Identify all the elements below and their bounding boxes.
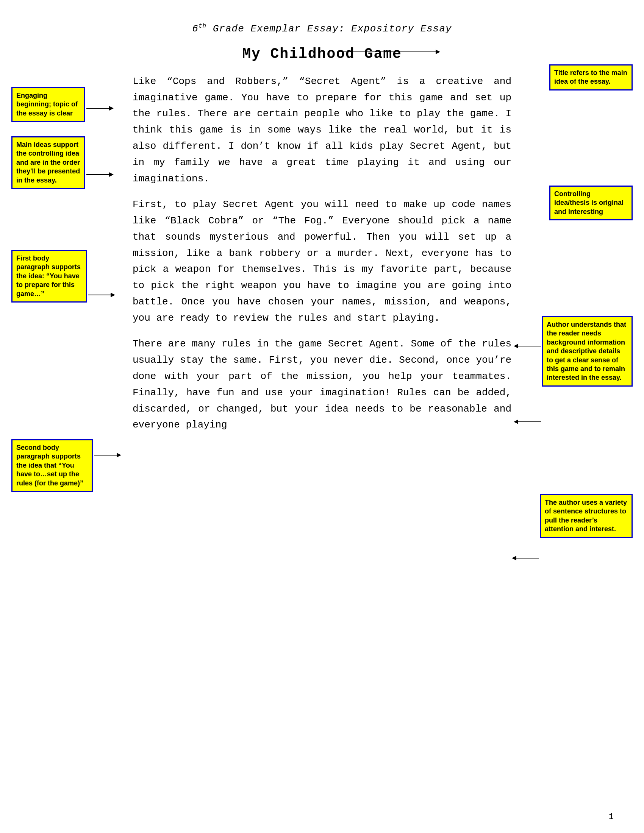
main-ideas-annotation: Main ideas support the controlling idea … — [11, 136, 85, 189]
main-ideas-arrow — [86, 172, 114, 177]
sentence-arrow — [512, 556, 539, 560]
title-arrow — [337, 50, 440, 54]
first-body-arrow — [88, 293, 115, 297]
page-header: 6th Grade Exemplar Essay: Expository Ess… — [30, 23, 614, 34]
second-body-arrow — [94, 453, 121, 457]
page-number: 1 — [609, 812, 614, 822]
engaging-arrow — [86, 106, 114, 111]
author-arrow-upper — [514, 344, 541, 348]
first-body-annotation: First body paragraph supports the idea: … — [11, 250, 87, 302]
title-annotation: Title refers to the main idea of the ess… — [549, 64, 633, 90]
body-paragraph-1: First, to play Secret Agent you will nee… — [133, 196, 511, 326]
body-paragraph-2: There are many rules in the game Secret … — [133, 336, 511, 433]
sentence-structures-annotation: The author uses a variety of sentence st… — [540, 494, 633, 538]
author-understands-annotation: Author understands that the reader needs… — [542, 316, 633, 387]
author-arrow-lower — [514, 420, 541, 424]
essay-content: Like “Cops and Robbers,” “Secret Agent” … — [133, 74, 511, 434]
second-body-annotation: Second body paragraph supports the idea … — [11, 439, 93, 492]
header-text: 6th Grade Exemplar Essay: Expository Ess… — [192, 23, 452, 34]
engaging-annotation: Engaging beginning; topic of the essay i… — [11, 87, 85, 122]
intro-paragraph: Like “Cops and Robbers,” “Secret Agent” … — [133, 74, 511, 187]
controlling-idea-annotation: Controlling idea/thesis is original and … — [549, 185, 633, 220]
